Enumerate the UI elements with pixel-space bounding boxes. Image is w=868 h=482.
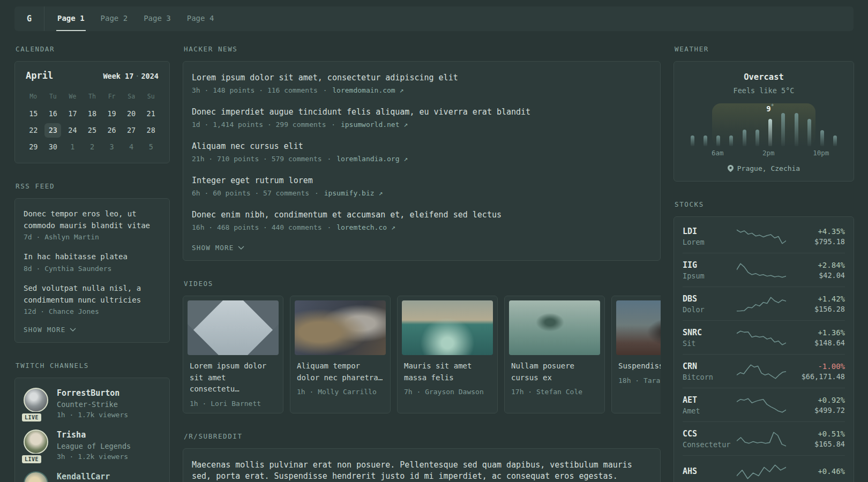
stock-symbol[interactable]: DBS xyxy=(683,294,737,304)
temperature-bar xyxy=(795,113,798,146)
channel-name[interactable]: Trisha xyxy=(57,430,131,440)
video-meta: 18h · Tara xyxy=(618,376,661,385)
stock-row[interactable]: DBSDolor +1.42%$156.28 xyxy=(683,287,845,321)
rss-item-meta: 8d · Cynthia Saunders xyxy=(24,265,161,273)
stock-price: $156.28 xyxy=(786,305,845,313)
temperature-bar xyxy=(691,135,694,146)
stock-name: Ipsum xyxy=(683,272,737,280)
video-title: Suspendisse diam xyxy=(618,360,661,372)
calendar-weekday: Tu xyxy=(43,88,63,106)
calendar-day: 19 xyxy=(102,106,122,122)
live-badge: LIVE xyxy=(20,454,43,465)
channel-name[interactable]: ForrestBurton xyxy=(57,388,128,398)
hn-item-title[interactable]: Lorem ipsum dolor sit amet, consectetur … xyxy=(192,72,652,84)
calendar-day: 2 xyxy=(83,139,102,155)
channel-viewers: 3h · 1.2k viewers xyxy=(57,453,131,461)
calendar-day: 30 xyxy=(43,139,63,155)
weather-widget: Overcast Feels like 5°C 9° 6am2pm10pm Pr… xyxy=(674,61,854,182)
temperature-bar xyxy=(743,130,746,146)
reddit-post-title[interactable]: Maecenas mollis pulvinar erat non posuer… xyxy=(192,460,652,482)
avatar xyxy=(24,471,48,482)
stock-price: $66,171.48 xyxy=(786,372,845,381)
hn-item-domain-link[interactable]: ipsumify.biz xyxy=(324,189,375,197)
rss-show-more-button[interactable]: SHOW MORE xyxy=(24,326,161,334)
stock-change: -1.00% xyxy=(786,362,845,371)
stock-row[interactable]: SNRCSit +1.36%$148.64 xyxy=(683,321,845,355)
stock-sparkline xyxy=(737,329,786,347)
external-link-icon: ↗ xyxy=(378,189,383,197)
tab-page-4[interactable]: Page 4 xyxy=(186,6,215,31)
video-card[interactable]: Nullam posuere cursus ex 17h · Stefan Co… xyxy=(504,296,605,413)
hn-item-domain-link[interactable]: loremlandia.org xyxy=(336,155,399,163)
chevron-down-icon xyxy=(70,328,76,332)
stock-price: $148.64 xyxy=(786,338,845,347)
rss-item-title[interactable]: Donec tempor eros leo, ut commodo mauris… xyxy=(24,208,161,231)
calendar-grid: MoTuWeThFrSaSu15161718192021222324252627… xyxy=(24,88,161,155)
hn-show-more-button[interactable]: SHOW MORE xyxy=(192,244,652,252)
avatar xyxy=(24,388,48,412)
rss-item-title[interactable]: In hac habitasse platea xyxy=(24,251,161,263)
stock-row[interactable]: CRNBitcorn -1.00%$66,171.48 xyxy=(683,355,845,388)
hn-item: Aliquam nec cursus elit 21h · 710 points… xyxy=(192,141,652,163)
video-card[interactable]: Mauris sit amet massa felis 7h · Grayson… xyxy=(397,296,498,413)
twitch-channel-row[interactable]: LIVE ForrestBurton Counter-Strike 1h · 1… xyxy=(24,388,161,419)
calendar-section-title: CALENDAR xyxy=(16,45,170,53)
calendar-section: CALENDAR April Week 17·2024 MoTuWeThFrSa… xyxy=(14,45,170,163)
stock-name: Lorem xyxy=(683,238,737,246)
rss-item-title[interactable]: Sed volutpat nulla nisl, a condimentum n… xyxy=(24,283,161,306)
weather-section-title: WEATHER xyxy=(675,45,854,53)
video-thumbnail xyxy=(188,300,279,355)
calendar-weekday: Th xyxy=(83,88,102,106)
external-link-icon: ↗ xyxy=(403,155,408,163)
channel-name[interactable]: KendallCarr xyxy=(57,472,110,481)
temperature-bar xyxy=(807,119,811,146)
video-meta: 1h · Molly Carrillo xyxy=(297,388,384,396)
hackernews-section: HACKER NEWS Lorem ipsum dolor sit amet, … xyxy=(183,45,661,261)
stock-symbol[interactable]: AET xyxy=(683,395,737,405)
tab-page-3[interactable]: Page 3 xyxy=(143,6,172,31)
stock-symbol[interactable]: SNRC xyxy=(683,328,737,337)
time-label: 2pm xyxy=(762,149,775,157)
rss-item[interactable]: Sed volutpat nulla nisl, a condimentum n… xyxy=(24,283,161,315)
stock-row[interactable]: AHS +0.46% xyxy=(683,456,845,482)
calendar-week-year: Week 17·2024 xyxy=(103,72,159,80)
stock-symbol[interactable]: CRN xyxy=(683,362,737,371)
stock-row[interactable]: AETAmet +0.92%$499.72 xyxy=(683,388,845,422)
hn-item: Lorem ipsum dolor sit amet, consectetur … xyxy=(192,72,652,94)
calendar-weekday: We xyxy=(63,88,83,106)
hn-item-title[interactable]: Donec imperdiet augue tincidunt felis al… xyxy=(192,107,652,118)
stock-row[interactable]: IIGIpsum +2.84%$42.04 xyxy=(683,253,845,287)
hn-item-title[interactable]: Integer eget rutrum lorem xyxy=(192,175,652,186)
twitch-channel-row[interactable]: LIVE Trisha League of Legends 3h · 1.2k … xyxy=(24,430,161,461)
temperature-bar xyxy=(833,135,837,146)
rss-section-title: RSS FEED xyxy=(16,182,170,190)
calendar-day: 20 xyxy=(122,106,141,122)
hn-item-domain-link[interactable]: loremtech.co xyxy=(336,223,387,231)
stock-change: +2.84% xyxy=(786,261,845,269)
calendar-day: 26 xyxy=(102,122,122,139)
video-card[interactable]: Aliquam tempor dolor nec pharetra… 1h · … xyxy=(290,296,391,413)
stock-symbol[interactable]: AHS xyxy=(683,466,737,476)
hn-item-title[interactable]: Donec enim nibh, condimentum et accumsan… xyxy=(192,209,652,221)
rss-item[interactable]: In hac habitasse platea 8d · Cynthia Sau… xyxy=(24,251,161,273)
weather-section: WEATHER Overcast Feels like 5°C 9° 6am2p… xyxy=(674,45,854,182)
temperature-bar xyxy=(729,135,733,146)
stock-symbol[interactable]: LDI xyxy=(683,227,737,236)
video-card[interactable]: Lorem ipsum dolor sit amet consectetu… 1… xyxy=(183,296,283,413)
stock-row[interactable]: LDILorem +4.35%$795.18 xyxy=(683,220,845,253)
rss-item[interactable]: Donec tempor eros leo, ut commodo mauris… xyxy=(24,208,161,241)
twitch-channel-row[interactable]: KendallCarr xyxy=(24,471,161,482)
stock-change: +4.35% xyxy=(786,227,845,236)
location-text: Prague, Czechia xyxy=(737,164,800,172)
stock-row[interactable]: CCSConsectetur +0.51%$165.84 xyxy=(683,422,845,456)
tab-page-2[interactable]: Page 2 xyxy=(100,6,129,31)
hn-item-title[interactable]: Aliquam nec cursus elit xyxy=(192,141,652,152)
stock-symbol[interactable]: IIG xyxy=(683,260,737,270)
tab-page-1[interactable]: Page 1 xyxy=(56,6,86,31)
weather-hourly-chart: 9° 6am2pm10pm xyxy=(686,103,842,157)
hn-item-domain-link[interactable]: loremdomain.com xyxy=(332,86,395,94)
hn-item-domain-link[interactable]: ipsumworld.net xyxy=(341,120,400,129)
video-card[interactable]: Suspendisse diam 18h · Tara xyxy=(611,296,661,413)
temperature-bar xyxy=(820,130,824,146)
stock-symbol[interactable]: CCS xyxy=(683,429,737,439)
